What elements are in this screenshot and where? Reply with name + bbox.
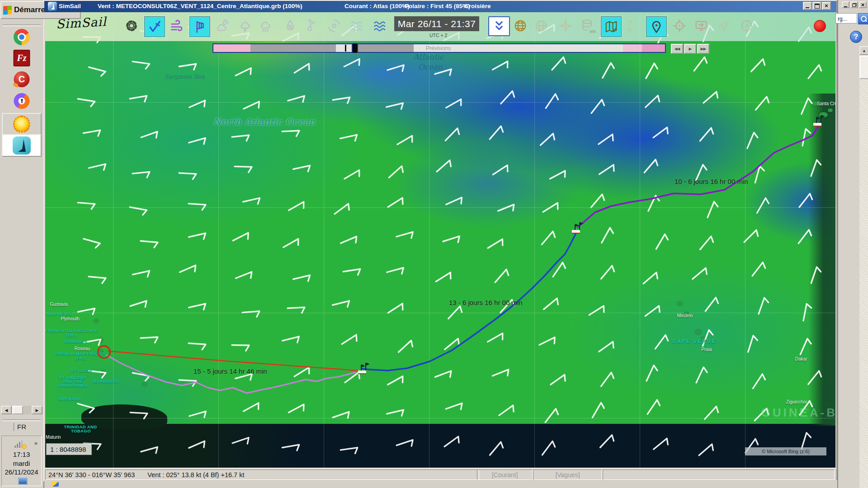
fast-forward-button[interactable]: ▶▶ [697,44,709,54]
filezilla-icon[interactable]: Fz [14,50,30,66]
avast-browser-icon[interactable] [14,93,30,109]
utc-offset-label: UTC + 2 [429,33,447,38]
bg-minimize-button[interactable] [842,1,849,8]
map-label: Ocean [418,62,443,71]
help-icon[interactable]: ? [850,31,862,43]
map-label: Ziguinchor [786,399,807,404]
map-icon[interactable] [601,16,622,37]
nav-arrow-icon[interactable] [716,19,731,33]
titlebar-mode[interactable]: Croisière [464,3,491,9]
map-label: S AND NEVIS [45,311,71,316]
play-button[interactable]: ▶ [684,44,696,54]
status-current: [Courant] [477,469,533,480]
map-label: DOMINICA [64,339,87,344]
thermometer-icon[interactable] [302,19,316,33]
taskbar-bottom-strip [44,480,837,488]
cyclone-icon[interactable] [327,19,341,33]
maximize-button[interactable] [812,2,821,10]
clock-weekday: mardi [2,460,41,467]
settings-gear-icon[interactable] [124,19,139,33]
map-label: BARBADOS [93,379,119,384]
scroll-right-arrow-icon[interactable]: ▶ [32,406,42,414]
signal-bars-icon[interactable] [14,440,24,448]
datetime-display[interactable]: Mar 26/11 - 21:37 [394,16,479,31]
sun-cloud-icon[interactable] [215,19,229,33]
map-label: Dakar [795,357,807,361]
forecast-label: Prévisions [426,45,451,52]
simsail-title-icon [48,2,57,11]
storm-cloud-icon[interactable] [238,19,253,33]
timeline-segment-pink [213,44,250,52]
globe-icon[interactable] [513,19,528,33]
waves-icon[interactable] [373,19,387,33]
search-icon[interactable] [858,13,868,24]
wind-gusts-icon[interactable] [170,19,184,33]
taskbar-mini-icon[interactable] [52,481,59,487]
location-pin-icon[interactable] [646,16,667,37]
language-label[interactable]: FR [17,423,26,431]
humidity-icon[interactable] [283,19,297,33]
windsock-icon[interactable] [189,16,210,37]
boat-marker[interactable] [357,363,371,374]
boat-marker[interactable] [571,223,585,234]
arrow-vertical-icon[interactable] [623,19,637,33]
map-label-layer: 10 - 6 jours 16 hr 00 min13 - 6 jours 16… [45,1,835,468]
compass-dial-icon[interactable] [740,19,754,33]
clock-date: 26/11/2024 [2,468,41,476]
system-tray[interactable]: » 17:13 mardi 26/11/2024 [1,436,42,486]
windows-logo-icon [3,5,12,14]
title-bar[interactable]: SimSail Vent : METEOCONSULT06Z_VENT_1124… [44,1,836,12]
globe2-icon[interactable] [534,19,548,33]
scroll-left-arrow-icon[interactable]: ◀ [1,406,12,414]
cast-screen-icon[interactable] [694,19,708,33]
timeline-cursor[interactable] [345,45,346,52]
tray-expand-chevron[interactable]: » [34,440,38,446]
database-icon[interactable]: MB [580,19,595,33]
simsail-app-icon[interactable] [2,134,42,157]
bg-close-button[interactable]: × [859,1,867,8]
ccleaner-icon[interactable]: C [14,71,30,87]
toolbar: SimSail MB Mar 26/11 - 21:37 UTC + 2 [45,12,835,41]
chrome-icon[interactable] [14,29,30,45]
search-input[interactable] [835,13,857,23]
titlebar-wind-file[interactable]: Vent : METEOCONSULT06Z_VENT_1124_Centre_… [98,3,302,9]
scroll-up-arrow-icon[interactable]: ▲ [859,46,868,55]
titlebar-polar[interactable]: Polaire : First 45 (85%) [405,3,470,9]
record-button[interactable] [814,20,826,32]
rewind-button[interactable]: ◀◀ [671,44,683,54]
titlebar-current[interactable]: Courant : Atlas (100%) [344,3,410,9]
status-position-wind: 24°N 36' 330 - 016°W 35' 963 Vent : 025°… [45,469,479,480]
boat-marker[interactable] [812,116,826,127]
taskbar-column: FzC ◀ ▶ FR » 17:13 mardi 26/11/2024 [0,0,44,488]
sun-badge-icon [22,445,26,449]
map-label: Praia [701,347,712,352]
close-button[interactable]: × [822,2,831,10]
bg-restore-button[interactable] [850,1,858,8]
timeline-divider [353,43,357,53]
scrollbar-thumb[interactable] [859,56,868,79]
map-label: Gustavia [50,302,67,307]
timeline-segment-pink-light [623,44,642,52]
chevrons-down-icon[interactable] [488,16,510,36]
map-label: Plymouth [61,316,80,321]
timeline-forecast-bar[interactable]: Prévisions [357,43,666,53]
map-label: (FR.) [75,356,86,361]
minimize-button[interactable] [803,2,812,10]
display-icon[interactable] [18,478,28,485]
scrollbar-thumb[interactable] [12,406,23,414]
taskbar-h-scrollbar[interactable]: ◀ ▶ [1,406,42,414]
timeline-segment-pink-dark [642,44,665,52]
crosshair-icon[interactable] [672,19,687,33]
compass-rose-icon[interactable] [558,19,573,33]
map-label: Roseau [75,346,90,351]
status-wind: Vent : 025° 13.8 kt (4 Bf) +16.7 kt [147,471,244,479]
wind-barbs-icon[interactable] [144,16,165,37]
rain-cloud-icon[interactable] [259,19,273,33]
weather-sun-icon[interactable] [2,113,42,136]
vertical-scrollbar[interactable]: ▲ [859,46,868,488]
language-indicator[interactable]: FR [0,423,43,431]
weather-map[interactable]: 10 - 6 jours 16 hr 00 min13 - 6 jours 16… [45,1,835,468]
timeline-past-bar[interactable] [212,43,353,53]
waves-light-icon[interactable] [350,19,364,33]
map-label: Santa Cruz [817,101,835,106]
